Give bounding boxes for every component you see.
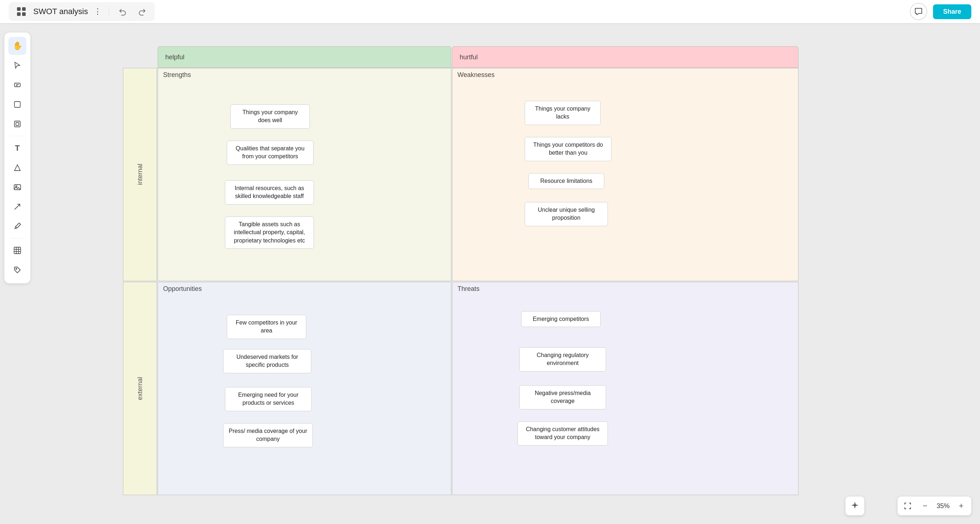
svg-marker-10 bbox=[14, 165, 20, 171]
internal-label: internal bbox=[123, 68, 157, 281]
swot-grid: helpful hurtful internal external Streng… bbox=[123, 45, 817, 507]
strength-card-1[interactable]: Things your company does well bbox=[231, 105, 310, 129]
bottom-toolbar: − 35% + bbox=[897, 497, 971, 515]
svg-rect-0 bbox=[17, 7, 21, 11]
threat-card-3[interactable]: Negative press/media coverage bbox=[519, 385, 606, 410]
hurtful-label: hurtful bbox=[460, 54, 478, 61]
undo-button[interactable] bbox=[116, 5, 129, 18]
svg-rect-2 bbox=[17, 12, 21, 16]
svg-rect-13 bbox=[14, 247, 21, 254]
threat-card-2[interactable]: Changing regulatory environment bbox=[519, 347, 606, 372]
canvas[interactable]: helpful hurtful internal external Streng… bbox=[0, 23, 980, 524]
share-button[interactable]: Share bbox=[933, 4, 971, 19]
weakness-card-2[interactable]: Things your competitors do better than y… bbox=[525, 137, 611, 161]
note-tool[interactable] bbox=[8, 76, 26, 94]
left-toolbar: ✋ T bbox=[4, 33, 30, 283]
helpful-header: helpful bbox=[158, 46, 451, 68]
more-options-icon[interactable]: ⋮ bbox=[94, 7, 102, 16]
frame-tool[interactable] bbox=[8, 115, 26, 133]
helpful-label: helpful bbox=[165, 54, 185, 61]
zoom-in-button[interactable]: + bbox=[953, 497, 970, 514]
opportunity-card-3[interactable]: Emerging need for your products or servi… bbox=[225, 387, 312, 411]
strength-card-2[interactable]: Qualities that separate you from your co… bbox=[227, 141, 313, 165]
opportunities-quadrant: Opportunities Few competitors in your ar… bbox=[158, 282, 451, 495]
threat-card-1[interactable]: Emerging competitors bbox=[521, 311, 601, 327]
topbar: SWOT analysis ⋮ Share bbox=[0, 0, 980, 23]
app-icon bbox=[15, 5, 27, 18]
zoom-level: 35% bbox=[934, 502, 953, 510]
svg-rect-3 bbox=[22, 12, 25, 16]
weaknesses-label: Weaknesses bbox=[457, 71, 495, 79]
fullscreen-button[interactable] bbox=[899, 497, 916, 514]
pointer-tool[interactable] bbox=[8, 56, 26, 75]
pen-tool[interactable] bbox=[8, 217, 26, 235]
svg-point-18 bbox=[16, 268, 17, 270]
text-tool[interactable]: T bbox=[8, 139, 26, 157]
app-title: SWOT analysis bbox=[33, 7, 88, 16]
hurtful-header: hurtful bbox=[452, 46, 799, 68]
divider bbox=[10, 238, 25, 238]
opportunities-label: Opportunities bbox=[163, 285, 202, 293]
external-label: external bbox=[123, 282, 157, 495]
threats-label: Threats bbox=[457, 285, 479, 293]
image-tool[interactable] bbox=[8, 178, 26, 196]
tag-tool[interactable] bbox=[8, 261, 26, 279]
divider bbox=[109, 7, 109, 16]
svg-rect-1 bbox=[22, 7, 25, 11]
redo-button[interactable] bbox=[135, 5, 148, 18]
svg-rect-9 bbox=[16, 122, 19, 125]
opportunity-card-4[interactable]: Press/ media coverage of your company bbox=[223, 423, 313, 448]
zoom-out-button[interactable]: − bbox=[916, 497, 934, 514]
strengths-quadrant: Strengths Things your company does well … bbox=[158, 68, 451, 281]
strengths-label: Strengths bbox=[163, 71, 191, 79]
opportunity-card-2[interactable]: Undeserved markets for specific products bbox=[223, 349, 311, 373]
svg-rect-4 bbox=[14, 83, 20, 87]
weakness-card-1[interactable]: Things your company lacks bbox=[525, 101, 601, 125]
sparkle-button[interactable] bbox=[845, 497, 864, 515]
strength-card-3[interactable]: Internal resources, such as skilled know… bbox=[225, 180, 314, 205]
threat-card-4[interactable]: Changing customer attitudes toward your … bbox=[517, 421, 608, 446]
shape-tool[interactable] bbox=[8, 159, 26, 177]
topbar-right-group: Share bbox=[910, 3, 971, 20]
weaknesses-quadrant: Weaknesses Things your company lacks Thi… bbox=[452, 68, 799, 281]
topbar-left-group: SWOT analysis ⋮ bbox=[9, 2, 155, 21]
opportunity-card-1[interactable]: Few competitors in your area bbox=[227, 315, 306, 339]
strength-card-4[interactable]: Tangible assets such as intellectual pro… bbox=[225, 216, 314, 249]
weakness-card-3[interactable]: Resource limitations bbox=[528, 173, 604, 189]
divider bbox=[10, 136, 25, 136]
chat-button[interactable] bbox=[910, 3, 927, 20]
weakness-card-4[interactable]: Unclear unique selling proposition bbox=[525, 202, 608, 226]
table-tool[interactable] bbox=[8, 241, 26, 259]
svg-rect-7 bbox=[14, 102, 20, 107]
svg-rect-8 bbox=[14, 121, 20, 127]
arrow-tool[interactable] bbox=[8, 198, 26, 216]
sticky-tool[interactable] bbox=[8, 95, 26, 113]
threats-quadrant: Threats Emerging competitors Changing re… bbox=[452, 282, 799, 495]
hand-tool[interactable]: ✋ bbox=[8, 37, 26, 55]
